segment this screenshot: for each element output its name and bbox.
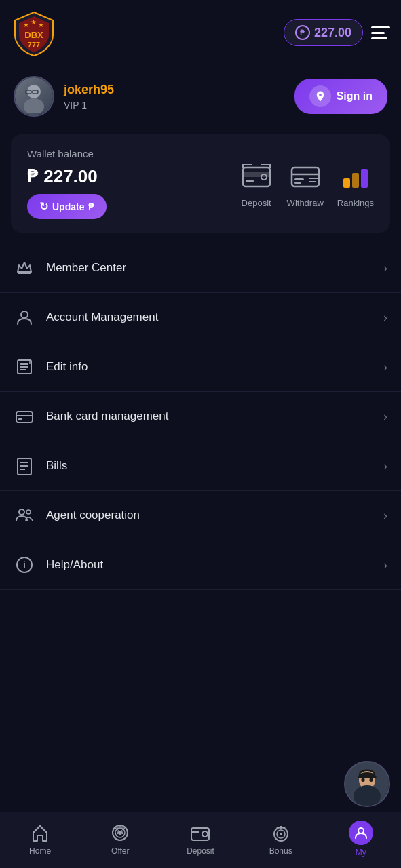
svg-text:★: ★ xyxy=(31,18,37,26)
offer-nav-label: Offer xyxy=(111,846,129,856)
sign-in-button[interactable]: Sign in xyxy=(294,79,387,114)
svg-rect-12 xyxy=(246,180,254,182)
svg-text:777: 777 xyxy=(28,41,40,49)
svg-point-6 xyxy=(24,98,44,113)
svg-point-49 xyxy=(202,831,208,837)
deposit-action[interactable]: Deposit xyxy=(240,159,273,208)
menu-item-left: i Help/About xyxy=(14,554,103,576)
agent-cooperation-label: Agent cooperation xyxy=(46,509,140,522)
wallet-amount: ₱ 227.00 xyxy=(27,166,107,187)
svg-text:★: ★ xyxy=(23,21,29,28)
logo-container: ★ ★ ★ DBX 777 xyxy=(11,9,57,56)
wallet-label: Wallet balance xyxy=(27,148,107,159)
offer-icon xyxy=(109,822,131,844)
nav-item-deposit[interactable]: Deposit xyxy=(176,822,224,856)
refresh-icon: ↻ xyxy=(39,200,48,213)
menu-item-bills[interactable]: Bills › xyxy=(0,441,401,491)
user-left: jokerh95 VIP 1 xyxy=(14,76,114,117)
withdraw-action[interactable]: Withdraw xyxy=(287,159,324,208)
nav-item-offer[interactable]: Offer xyxy=(96,822,144,856)
update-currency: ₱ xyxy=(88,201,94,212)
wallet-section: Wallet balance ₱ 227.00 ↻ Update ₱ xyxy=(11,134,390,233)
svg-point-53 xyxy=(280,833,282,835)
svg-text:DBX: DBX xyxy=(24,30,43,40)
update-label: Update xyxy=(52,201,84,212)
my-nav-label: My xyxy=(356,848,366,857)
agent-icon xyxy=(14,505,35,526)
menu-item-left: Bills xyxy=(14,455,67,477)
header-balance: 227.00 xyxy=(314,26,351,40)
float-avatar-image xyxy=(345,762,389,806)
withdraw-icon xyxy=(288,159,322,193)
svg-rect-20 xyxy=(343,178,350,188)
svg-point-57 xyxy=(358,828,364,833)
header: ★ ★ ★ DBX 777 ₱ 227.00 xyxy=(0,0,401,65)
chevron-right-icon: › xyxy=(383,558,387,572)
balance-pill: ₱ 227.00 xyxy=(284,19,363,46)
bills-label: Bills xyxy=(46,459,67,473)
svg-point-5 xyxy=(27,85,41,98)
username: jokerh95 xyxy=(64,83,114,97)
rankings-action[interactable]: Rankings xyxy=(337,159,374,208)
bonus-nav-label: Bonus xyxy=(269,846,292,856)
home-icon xyxy=(29,822,51,844)
bank-card-label: Bank card management xyxy=(46,410,169,423)
svg-point-37 xyxy=(26,510,31,514)
float-avatar[interactable] xyxy=(344,761,390,807)
svg-rect-21 xyxy=(352,173,359,188)
svg-text:★: ★ xyxy=(38,21,44,28)
menu-item-left: Account Management xyxy=(14,307,158,328)
svg-rect-48 xyxy=(191,828,209,840)
vip-badge: VIP 1 xyxy=(64,100,114,111)
crown-icon xyxy=(14,257,35,279)
svg-rect-31 xyxy=(18,418,22,420)
bank-icon xyxy=(14,406,35,427)
svg-point-44 xyxy=(370,778,373,782)
member-center-label: Member Center xyxy=(46,261,126,275)
bonus-icon xyxy=(270,822,292,844)
menu-item-member-center[interactable]: Member Center › xyxy=(0,243,401,293)
nav-item-my[interactable]: My xyxy=(337,821,385,857)
chevron-right-icon: › xyxy=(383,410,387,424)
sign-in-icon xyxy=(309,85,331,107)
update-button[interactable]: ↻ Update ₱ xyxy=(27,194,107,219)
wallet-actions: Deposit Withdraw xyxy=(240,159,374,208)
menu-item-help-about[interactable]: i Help/About › xyxy=(0,540,401,590)
home-nav-label: Home xyxy=(29,846,51,856)
nav-item-bonus[interactable]: Bonus xyxy=(257,822,305,856)
svg-rect-17 xyxy=(294,182,301,184)
bottom-nav: Home Offer Deposit xyxy=(0,812,401,868)
currency-icon: ₱ xyxy=(295,25,310,40)
chevron-right-icon: › xyxy=(383,261,387,275)
wallet-left: Wallet balance ₱ 227.00 ↻ Update ₱ xyxy=(27,148,107,219)
logo-icon: ★ ★ ★ DBX 777 xyxy=(11,9,57,56)
menu-item-edit-info[interactable]: Edit info › xyxy=(0,342,401,392)
account-management-label: Account Management xyxy=(46,311,158,324)
deposit-label: Deposit xyxy=(242,198,271,208)
chevron-right-icon: › xyxy=(383,311,387,325)
svg-rect-16 xyxy=(294,178,304,180)
svg-rect-23 xyxy=(18,272,31,274)
help-icon: i xyxy=(14,554,35,576)
my-icon xyxy=(349,821,373,845)
menu-item-left: Edit info xyxy=(14,356,88,378)
bills-icon xyxy=(14,455,35,477)
svg-point-43 xyxy=(362,778,365,782)
menu-item-bank-card[interactable]: Bank card management › xyxy=(0,392,401,441)
nav-item-home[interactable]: Home xyxy=(16,822,64,856)
deposit-icon xyxy=(240,159,273,193)
user-section: jokerh95 VIP 1 Sign in xyxy=(0,65,401,127)
svg-rect-29 xyxy=(16,412,33,422)
user-info: jokerh95 VIP 1 xyxy=(64,83,114,111)
menu-item-left: Bank card management xyxy=(14,406,169,427)
avatar xyxy=(14,76,54,117)
menu-item-account-management[interactable]: Account Management › xyxy=(0,293,401,342)
help-about-label: Help/About xyxy=(46,558,103,572)
svg-rect-22 xyxy=(361,169,368,188)
chevron-right-icon: › xyxy=(383,360,387,374)
menu-item-agent-cooperation[interactable]: Agent cooperation › xyxy=(0,491,401,540)
wallet-currency: ₱ xyxy=(27,166,39,186)
avatar-image xyxy=(15,77,53,115)
avatar-svg xyxy=(17,79,51,113)
hamburger-button[interactable] xyxy=(371,26,390,39)
